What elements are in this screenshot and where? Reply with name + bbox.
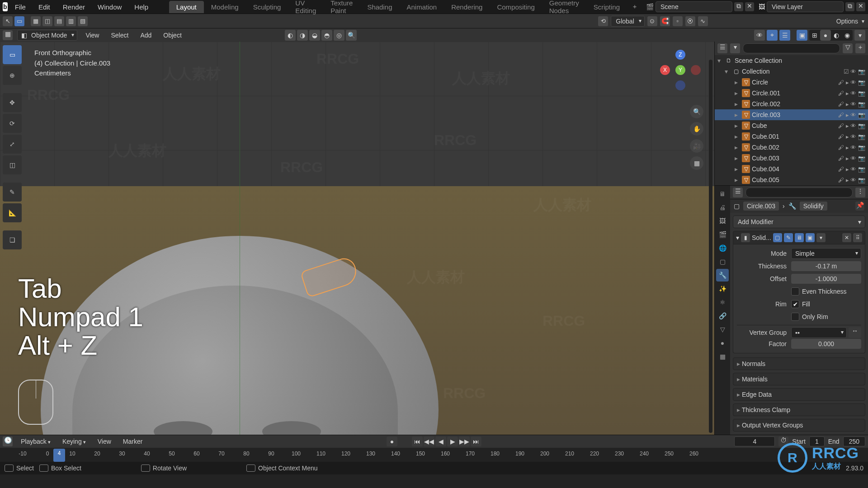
item-toggles[interactable]: 🖋 ▸ 👁 📷 bbox=[838, 144, 865, 151]
mod-cage-icon[interactable]: ▣ bbox=[806, 233, 815, 242]
item-toggles[interactable]: 🖋 ▸ 👁 📷 bbox=[838, 90, 865, 97]
item-toggles[interactable]: 🖋 ▸ 👁 📷 bbox=[838, 112, 865, 118]
section-thicknessclamp[interactable]: Thickness Clamp bbox=[733, 404, 865, 416]
section-normals[interactable]: Normals bbox=[733, 357, 865, 370]
collection-toggles[interactable]: ☑ 👁 📷 bbox=[844, 68, 865, 75]
overlay-toggle-icon[interactable]: ☰ bbox=[779, 30, 790, 41]
item-toggles[interactable]: 🖋 ▸ 👁 📷 bbox=[838, 166, 865, 173]
cursor-tool-icon[interactable]: ↖ bbox=[3, 16, 13, 26]
zoom-icon[interactable]: 🔍 bbox=[690, 105, 703, 118]
outliner-item[interactable]: ▸▽Cube.005🖋 ▸ 👁 📷 bbox=[715, 174, 868, 185]
tab-scripting[interactable]: Scripting bbox=[586, 1, 627, 13]
only-rim-checkbox[interactable] bbox=[791, 313, 799, 321]
outliner-item[interactable]: ▸▽Circle.002🖋 ▸ 👁 📷 bbox=[715, 99, 868, 109]
shade-rendered-icon[interactable]: ◉ bbox=[842, 30, 853, 41]
snap-b-icon[interactable]: ◫ bbox=[42, 16, 52, 26]
tab-uvediting[interactable]: UV Editing bbox=[288, 0, 323, 17]
outliner-item[interactable]: ▸▽Circle.001🖋 ▸ 👁 📷 bbox=[715, 88, 868, 99]
object-menu[interactable]: Object bbox=[160, 30, 185, 41]
tab-modeling[interactable]: Modeling bbox=[204, 1, 246, 13]
marker-menu[interactable]: Marker bbox=[119, 436, 146, 446]
mod-extra-icon[interactable]: ▾ bbox=[816, 233, 826, 242]
select-menu[interactable]: Select bbox=[107, 30, 132, 41]
offset-field[interactable]: -1.0000 bbox=[791, 274, 861, 284]
viewport-collapse-handle[interactable] bbox=[709, 60, 712, 433]
tab-texpaint[interactable]: Texture Paint bbox=[323, 0, 360, 17]
add-menu[interactable]: Add bbox=[137, 30, 155, 41]
even-thickness-checkbox[interactable] bbox=[791, 287, 799, 296]
scene-delete-button[interactable]: ✕ bbox=[745, 2, 754, 11]
outliner-filter-icon[interactable]: ▽ bbox=[843, 43, 853, 53]
vgroup-field[interactable]: ▪▪ bbox=[791, 327, 847, 338]
keying-menu[interactable]: Keying bbox=[59, 436, 90, 446]
tool-cursor[interactable]: ⊕ bbox=[3, 66, 22, 85]
outliner-item[interactable]: ▸▽Circle.003🖋 ▸ 👁 📷 bbox=[715, 109, 868, 120]
xray-icon[interactable]: ▣ bbox=[797, 30, 807, 41]
timeline-ruler[interactable]: -100102030405060708090100110120130140150… bbox=[0, 448, 868, 462]
thickness-field[interactable]: -0.17 m bbox=[791, 261, 861, 271]
outliner-collection[interactable]: ▾ ▢ Collection ☑ 👁 📷 bbox=[715, 66, 868, 77]
tab-rendering[interactable]: Rendering bbox=[444, 1, 490, 13]
outliner-search[interactable] bbox=[743, 43, 840, 53]
modifier-name[interactable]: Solid... bbox=[752, 234, 771, 241]
disclosure-icon[interactable]: ▸ bbox=[735, 165, 740, 173]
prop-editor-icon[interactable]: ☰ bbox=[733, 188, 743, 197]
prop-options-icon[interactable]: ⋮ bbox=[855, 188, 865, 197]
disclosure-icon[interactable]: ▸ bbox=[735, 144, 740, 151]
play-rev-icon[interactable]: ◀ bbox=[435, 436, 446, 446]
autokey-icon[interactable]: ● bbox=[387, 436, 397, 446]
proptab-object[interactable]: ▢ bbox=[716, 255, 729, 268]
scene-field[interactable]: Scene bbox=[656, 1, 732, 12]
camera-icon[interactable]: 🎥 bbox=[690, 139, 703, 153]
tab-shading[interactable]: Shading bbox=[360, 1, 399, 13]
viewport[interactable]: RRCG 人人素材 RRCG 人人素材 人人素材 RRCG RRCG 人人素材 … bbox=[0, 42, 714, 435]
menu-window[interactable]: Window bbox=[92, 1, 127, 13]
section-outputvg[interactable]: Output Vertex Groups bbox=[733, 419, 865, 432]
item-toggles[interactable]: 🖋 ▸ 👁 📷 bbox=[838, 155, 865, 162]
prop-search[interactable] bbox=[745, 188, 853, 197]
item-toggles[interactable]: 🖋 ▸ 👁 📷 bbox=[838, 133, 865, 140]
gizmo-z[interactable]: Z bbox=[675, 50, 685, 60]
section-edgedata[interactable]: Edge Data bbox=[733, 388, 865, 401]
disclosure-icon[interactable]: ▾ bbox=[725, 68, 730, 75]
disclosure-icon[interactable]: ▸ bbox=[735, 89, 740, 97]
nav-gizmo[interactable]: Z X Y bbox=[660, 50, 701, 90]
viewlayer-delete-button[interactable]: ✕ bbox=[856, 2, 865, 11]
overlay-e-icon[interactable]: ◎ bbox=[334, 30, 344, 41]
playhead[interactable]: 4 bbox=[53, 449, 65, 462]
persp-icon[interactable]: ▦ bbox=[690, 156, 703, 170]
proptab-render[interactable]: 🖥 bbox=[716, 188, 729, 200]
gizmo-neg-z[interactable] bbox=[675, 80, 685, 90]
disclosure-icon[interactable]: ▸ bbox=[735, 111, 740, 118]
add-workspace-button[interactable]: ＋ bbox=[627, 1, 642, 13]
disclosure-icon[interactable]: ▸ bbox=[735, 122, 740, 129]
add-modifier-dropdown[interactable]: Add Modifier bbox=[733, 216, 865, 228]
tab-layout[interactable]: Layout bbox=[169, 1, 204, 13]
tool-transform[interactable]: ◫ bbox=[3, 155, 22, 174]
disclosure-icon[interactable]: ▸ bbox=[735, 100, 740, 108]
tool-annotate[interactable]: ✎ bbox=[3, 183, 22, 202]
crumb-modifier[interactable]: Solidify bbox=[800, 202, 827, 211]
proptab-material[interactable]: ● bbox=[716, 337, 729, 349]
outliner-item[interactable]: ▸▽Cube.002🖋 ▸ 👁 📷 bbox=[715, 142, 868, 153]
outliner-item[interactable]: ▸▽Cube🖋 ▸ 👁 📷 bbox=[715, 120, 868, 131]
tl-view-menu[interactable]: View bbox=[94, 436, 115, 446]
crumb-object[interactable]: Circle.003 bbox=[743, 202, 779, 211]
snap-a-icon[interactable]: ▦ bbox=[31, 16, 41, 26]
menu-help[interactable]: Help bbox=[129, 1, 154, 13]
next-key-icon[interactable]: ▶▶ bbox=[459, 436, 470, 446]
viewlayer-new-button[interactable]: ⧉ bbox=[845, 2, 854, 11]
menu-edit[interactable]: Edit bbox=[33, 1, 56, 13]
proptab-world[interactable]: 🌐 bbox=[716, 242, 729, 254]
outliner-root[interactable]: ▾ 🗋 Scene Collection bbox=[715, 55, 868, 66]
outliner-new-collection-icon[interactable]: ＋ bbox=[855, 43, 865, 53]
outliner-display-icon[interactable]: ▾ bbox=[730, 43, 740, 53]
mode-dropdown[interactable]: Object Mode bbox=[17, 30, 77, 41]
timeline-editor-icon[interactable]: 🕓 bbox=[3, 436, 13, 446]
proptab-scene[interactable]: 🎬 bbox=[716, 228, 729, 241]
outliner-item[interactable]: ▸▽Cube.001🖋 ▸ 👁 📷 bbox=[715, 131, 868, 142]
outliner-editor-icon[interactable]: ☰ bbox=[717, 43, 727, 53]
gizmo-x[interactable]: X bbox=[660, 65, 670, 75]
editor-type-icon[interactable]: ▦ bbox=[3, 30, 13, 40]
snap-d-icon[interactable]: ▥ bbox=[66, 16, 76, 26]
